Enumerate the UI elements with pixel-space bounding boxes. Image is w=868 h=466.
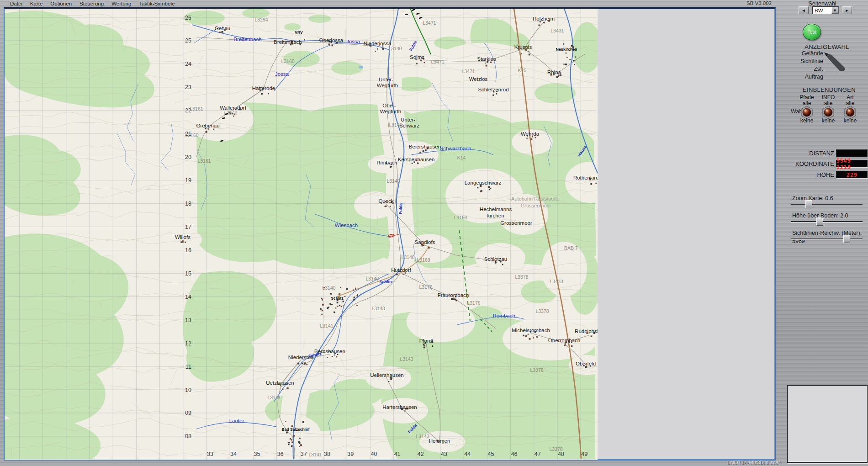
building — [327, 357, 328, 358]
grid-row-label: 25 — [185, 37, 191, 44]
anzeige-item-auftrag[interactable]: Auftrag — [778, 74, 823, 80]
building — [531, 138, 533, 140]
building — [451, 298, 453, 300]
town-label: Bad Salzschlirf — [282, 427, 310, 432]
town-label: VRV — [295, 30, 303, 35]
river-label: Jossa — [346, 39, 360, 44]
town-label: Hemmen — [429, 438, 450, 444]
town-label: Uellershausen — [370, 372, 404, 378]
grid-col-label: 34 — [230, 451, 237, 457]
building — [385, 206, 386, 207]
slider-track[interactable] — [791, 221, 863, 222]
building — [502, 264, 503, 265]
building — [533, 337, 534, 339]
building — [291, 445, 293, 447]
building — [182, 241, 184, 243]
menu-item-wertung[interactable]: Wertung — [111, 1, 131, 6]
road-label: L3140 — [386, 178, 400, 184]
building — [288, 442, 290, 443]
building — [402, 274, 403, 275]
river-label: Fulda — [398, 203, 403, 214]
building — [185, 242, 186, 243]
building — [356, 305, 358, 306]
town-label: Hartershausen — [382, 404, 417, 410]
building — [404, 410, 405, 411]
building — [419, 152, 421, 154]
building — [322, 310, 323, 311]
road-label: L3378 — [515, 274, 528, 280]
grid-col-label: 42 — [418, 451, 424, 457]
grid-col-label: 44 — [464, 451, 471, 457]
menu-item-optionen[interactable]: Optionen — [50, 1, 72, 6]
road-label: L3161 — [190, 106, 203, 111]
menu-item-datei[interactable]: Datei — [10, 1, 22, 6]
overview-box[interactable] — [787, 385, 868, 463]
town-label: Oberfeld — [576, 361, 596, 366]
building — [335, 307, 336, 308]
grid-row-label: 13 — [185, 317, 191, 323]
grid-col-label: 33 — [207, 451, 213, 457]
building — [261, 93, 263, 95]
grid-row-label: 20 — [185, 154, 191, 160]
menu-item-steuerung[interactable]: Steuerung — [79, 1, 104, 6]
building — [180, 241, 182, 243]
anzeige-item-zsf[interactable]: Zsf. — [778, 66, 823, 72]
readout-value-hhe: 229 — [836, 171, 868, 179]
map-viewport[interactable]: 2625242322212019181716151413121110090833… — [4, 7, 776, 461]
building — [282, 389, 283, 390]
road-label: L3433 — [550, 279, 563, 284]
building — [423, 150, 424, 152]
building — [526, 138, 527, 139]
page-select-value: BW — [813, 8, 831, 13]
slider-track[interactable] — [791, 204, 863, 205]
page-prev-button[interactable]: ◄ — [799, 6, 809, 14]
anzeige-item-sichtlinie[interactable]: Sichtlinie — [778, 58, 823, 64]
page-select-dropdown[interactable]: BW ▼ — [812, 6, 839, 14]
grid-col-label: 47 — [535, 451, 541, 457]
road-label: L3378 — [549, 446, 562, 452]
building — [525, 335, 527, 337]
building — [575, 57, 576, 58]
town-label: Kruspis — [514, 44, 532, 50]
building — [343, 305, 344, 306]
poi-label: Grossenmoor — [521, 203, 551, 208]
river-label: Schlitz — [379, 280, 393, 284]
town-label: Starklos — [477, 56, 496, 62]
building — [222, 31, 223, 33]
topographic-map[interactable]: 2625242322212019181716151413121110090833… — [5, 9, 598, 460]
slider-track[interactable] — [791, 238, 863, 240]
slider-thumb[interactable] — [816, 217, 823, 226]
knob-name-art: Art — [836, 94, 864, 101]
road-label: L3143 — [371, 306, 385, 311]
town-label: Langenschwarz — [465, 180, 502, 185]
building — [565, 64, 567, 65]
building — [213, 129, 214, 130]
building — [291, 441, 293, 443]
road-label: L3141 — [267, 395, 281, 400]
grid-row-label: 17 — [185, 224, 191, 230]
grid-row-label: 11 — [185, 364, 191, 370]
building — [416, 63, 418, 64]
dropdown-arrow-icon[interactable]: ▼ — [831, 7, 838, 14]
road-label: BAB 7 — [564, 245, 578, 251]
building — [591, 335, 593, 337]
anzeige-item-gelnde[interactable]: Gelände — [778, 50, 823, 57]
slider-thumb[interactable] — [805, 200, 812, 208]
building — [332, 356, 333, 357]
road-label: L3431 — [550, 28, 564, 33]
building — [290, 438, 291, 440]
menu-item-karte[interactable]: Karte — [30, 1, 43, 6]
knob-option-keine: keine — [836, 117, 864, 124]
river-label: Jossa — [275, 71, 289, 77]
grid-row-label: 08 — [185, 433, 191, 440]
readout-label-koordinate: KOORDINATE — [790, 160, 834, 167]
test-button[interactable]: Test — [803, 24, 821, 40]
road-label: L3471 — [431, 59, 444, 64]
road-label: L3161 — [197, 158, 211, 164]
building — [285, 421, 286, 422]
slider-thumb[interactable] — [843, 235, 850, 243]
road-label: L3176 — [419, 284, 432, 290]
menu-item-taktik-symbole[interactable]: Taktik-Symbole — [139, 1, 175, 6]
page-next-button[interactable]: ► — [842, 6, 852, 14]
building — [492, 95, 494, 96]
